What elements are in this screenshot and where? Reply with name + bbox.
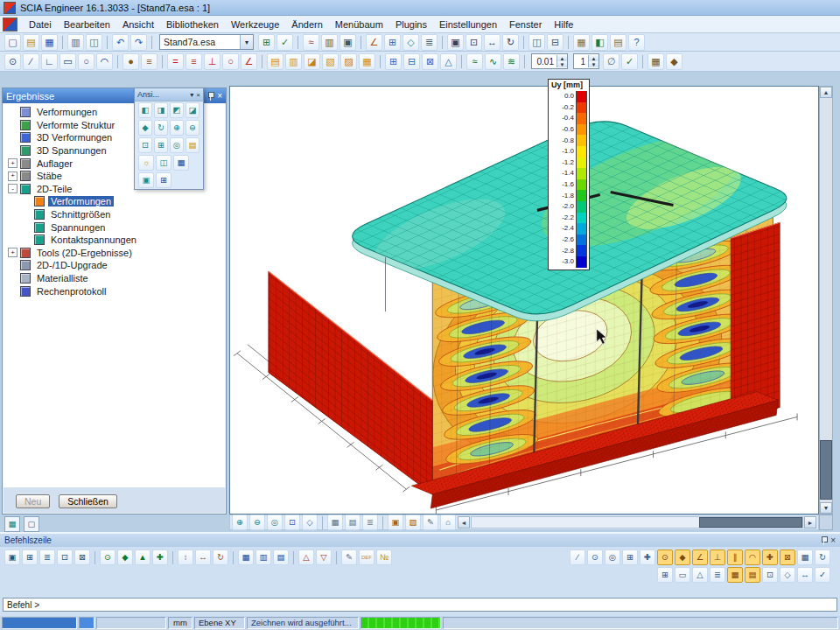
mesh-icon[interactable]: ⊞ — [385, 53, 402, 70]
clip-box-icon[interactable]: ▣ — [388, 514, 403, 530]
point-icon[interactable]: ⊙ — [4, 53, 21, 70]
snap-refresh-icon[interactable]: ↻ — [815, 550, 830, 565]
pan-icon[interactable]: ↔ — [484, 34, 500, 51]
section-icon[interactable]: ▦ — [648, 53, 664, 70]
report-icon[interactable]: ▤ — [610, 34, 626, 51]
result-deform-icon[interactable]: ▤ — [267, 53, 284, 70]
zoom-in-icon[interactable]: ⊕ — [170, 120, 184, 136]
line-icon[interactable]: ∕ — [23, 53, 39, 70]
snap-cross-icon[interactable]: ✚ — [152, 550, 168, 565]
move-horizontal-icon[interactable]: ↔ — [195, 550, 211, 565]
menu-datei[interactable]: Datei — [23, 18, 58, 32]
menu-ansicht[interactable]: Ansicht — [116, 18, 160, 32]
annotate-icon[interactable]: ✎ — [423, 514, 438, 530]
menu-fenster[interactable]: Fenster — [503, 18, 548, 32]
table-view-icon[interactable]: ▤ — [273, 550, 289, 565]
material-icon[interactable]: ◆ — [666, 53, 682, 70]
zoom-window-icon[interactable]: ⊡ — [138, 137, 152, 153]
view-direction-icon[interactable]: ◇ — [302, 514, 318, 530]
snap-endpoint-icon[interactable]: ⊙ — [657, 550, 673, 565]
help-icon[interactable]: ? — [628, 34, 645, 51]
scroll-down-icon[interactable]: ▼ — [820, 502, 832, 514]
view-grid-icon[interactable]: ⊞ — [156, 172, 172, 188]
dim-stack-icon[interactable]: ≡ — [186, 53, 202, 70]
cmd-zoom-icon[interactable]: ⊡ — [57, 550, 73, 565]
diameter-icon[interactable]: ∅ — [603, 53, 620, 70]
cmd-layers-icon[interactable]: ≣ — [39, 550, 55, 565]
pin-icon[interactable] — [207, 92, 214, 101]
dim-angle-icon[interactable]: ∠ — [241, 53, 257, 70]
dim-perp-icon[interactable]: ⊥ — [204, 53, 220, 70]
render-surface-icon[interactable]: ▤ — [345, 514, 360, 530]
table-input-icon[interactable]: ▦ — [238, 550, 254, 565]
mesh-hide-icon[interactable]: ⊠ — [422, 53, 438, 70]
define-icon[interactable]: DEF — [359, 550, 374, 565]
level-up-icon[interactable]: △ — [298, 550, 314, 565]
view-back-icon[interactable]: ◨ — [154, 102, 168, 118]
view-front-icon[interactable]: ◧ — [138, 102, 152, 118]
tree-item-schnittgr-en[interactable]: Schnittgrößen — [4, 208, 225, 221]
close-icon[interactable]: × — [830, 536, 836, 545]
numbering-icon[interactable]: № — [376, 550, 392, 565]
tree-item-rechenprotokoll[interactable]: Rechenprotokoll — [4, 284, 225, 298]
scroll-up-icon[interactable]: ▲ — [820, 87, 832, 98]
expander-icon[interactable]: + — [8, 158, 18, 168]
ucs-icon[interactable]: ◇ — [780, 567, 795, 583]
expander-icon[interactable]: + — [8, 172, 18, 181]
cmd-select-icon[interactable]: ▣ — [4, 550, 20, 565]
plane-xy-icon[interactable]: ▦ — [727, 567, 743, 583]
results-icon[interactable]: ≈ — [303, 34, 319, 51]
scroll-right-icon[interactable]: ► — [804, 516, 816, 528]
project-combo[interactable]: Stand7a.esa ▾ — [159, 34, 254, 50]
spline-icon[interactable]: ∿ — [485, 53, 501, 70]
zoom-all-icon[interactable]: ◎ — [267, 514, 283, 530]
rectangle-icon[interactable]: ▭ — [60, 53, 76, 70]
count-spinner-buttons[interactable]: ▲ ▼ — [588, 55, 598, 67]
circle-icon[interactable]: ○ — [78, 53, 94, 70]
snap-gridpoint-icon[interactable]: ⊞ — [622, 550, 638, 565]
result-map-icon[interactable]: ▦ — [359, 53, 375, 70]
tab-page-icon[interactable]: ▢ — [24, 516, 39, 532]
snap-center-icon[interactable]: ◎ — [605, 550, 620, 565]
render-layers-icon[interactable]: ≣ — [362, 514, 378, 530]
render-wire-icon[interactable]: ▦ — [327, 514, 343, 530]
cmd-grid-icon[interactable]: ⊞ — [22, 550, 38, 565]
grid-tri-icon[interactable]: △ — [692, 567, 708, 583]
snap-mid-icon[interactable]: ⊙ — [587, 550, 603, 565]
zoom-target-icon[interactable]: ◎ — [170, 137, 184, 153]
tree-item-materialliste[interactable]: Materialliste — [4, 272, 225, 285]
move-vertical-icon[interactable]: ↕ — [178, 550, 193, 565]
zoom-selection-icon[interactable]: ⊡ — [284, 514, 300, 530]
tree-item-verformungen[interactable]: Verformungen — [4, 195, 225, 208]
result-contact-icon[interactable]: ▧ — [322, 53, 339, 70]
mesh-tri-icon[interactable]: △ — [440, 53, 457, 70]
snap-line-icon[interactable]: ∕ — [570, 550, 585, 565]
snap-node-icon[interactable]: ◆ — [117, 550, 133, 565]
spin-up-icon[interactable]: ▲ — [589, 55, 598, 61]
result-iso-icon[interactable]: ▨ — [340, 53, 357, 70]
spin-down-icon[interactable]: ▼ — [589, 61, 598, 67]
calculate-icon[interactable]: ⊞ — [258, 34, 275, 51]
scale-spinner[interactable]: 0.01 ▲ ▼ — [531, 53, 568, 69]
new-project-icon[interactable]: ▢ — [4, 34, 21, 51]
view-corner-icon[interactable]: ◪ — [186, 102, 200, 118]
edit-note-icon[interactable]: ✎ — [341, 550, 357, 565]
polyline-icon[interactable]: ∟ — [41, 53, 58, 70]
tab-geometry-icon[interactable]: ▦ — [4, 516, 20, 532]
view-box-icon[interactable]: ◫ — [156, 155, 172, 171]
chevron-down-icon[interactable]: ▾ — [190, 91, 193, 99]
result-forces-icon[interactable]: ▥ — [285, 53, 302, 70]
zoom-out-icon[interactable]: ⊖ — [249, 514, 265, 530]
menu-bearbeiten[interactable]: Bearbeiten — [58, 18, 116, 32]
snap-ortho-icon[interactable]: ✚ — [762, 550, 778, 565]
tree-item-tools-2d-ergebnisse[interactable]: +Tools (2D-Ergebnisse) — [4, 247, 225, 260]
scrollbar-thumb[interactable] — [820, 440, 832, 500]
snap-arc-icon[interactable]: ◠ — [745, 550, 760, 565]
print-preview-icon[interactable]: ◫ — [86, 34, 102, 51]
rotate-view-icon[interactable]: ↻ — [502, 34, 519, 51]
scale-spinner-buttons[interactable]: ▲ ▼ — [556, 55, 567, 67]
pin-icon[interactable] — [821, 536, 827, 545]
table-edit-icon[interactable]: ▥ — [256, 550, 271, 565]
print-icon[interactable]: ▥ — [67, 34, 84, 51]
open-project-icon[interactable]: ▤ — [23, 34, 39, 51]
